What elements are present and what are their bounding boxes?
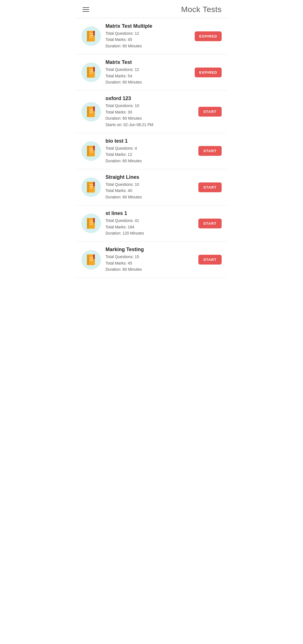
test-item: Matrix Test MultipleTotal Questions: 12T… [76,18,227,54]
book-icon [86,145,97,157]
test-icon-container [81,250,101,270]
test-icon-container [81,214,101,233]
svg-rect-22 [87,146,89,156]
svg-rect-38 [90,222,94,223]
test-detail: Total Marks: 45 [105,36,190,43]
svg-rect-26 [93,146,95,150]
test-detail: Duration: 60 Minutes [105,79,190,85]
test-name: bio test 1 [105,138,192,144]
test-detail: Total Marks: 45 [105,260,192,266]
svg-rect-3 [90,35,94,36]
test-icon-container [81,177,101,197]
test-detail: Duration: 60 Minutes [105,158,192,164]
test-item: Straight LinesTotal Questions: 10Total M… [76,169,227,205]
svg-rect-1 [87,31,89,41]
test-item: Marking TestingTotal Questions: 15Total … [76,242,227,278]
svg-rect-29 [87,182,89,193]
test-action-container: START [196,255,222,265]
svg-rect-12 [93,67,95,71]
book-icon [86,181,97,193]
svg-rect-8 [87,67,89,78]
app-header: Mock Tests [76,0,227,18]
svg-rect-46 [90,260,93,261]
svg-rect-16 [90,109,94,110]
test-name: Matrix Test Multiple [105,23,190,29]
test-name: st lines 1 [105,210,192,216]
test-info: Straight LinesTotal Questions: 10Total M… [105,174,192,200]
svg-rect-4 [90,37,93,38]
test-name: Marking Testing [105,247,192,252]
expired-button[interactable]: EXPIRED [195,68,222,77]
test-action-container: EXPIRED [195,31,222,41]
svg-rect-39 [90,224,93,225]
test-detail: Duration: 60 Minutes [105,115,192,121]
test-item: Matrix TestTotal Questions: 12Total Mark… [76,54,227,91]
svg-rect-45 [90,259,94,260]
test-item: st lines 1Total Questions: 41Total Marks… [76,205,227,242]
test-detail: Total Questions: 41 [105,217,192,224]
svg-rect-31 [90,186,94,187]
svg-rect-11 [90,73,93,74]
test-info: Marking TestingTotal Questions: 15Total … [105,247,192,272]
svg-rect-24 [90,150,94,151]
test-action-container: START [196,182,222,192]
test-item: bio test 1Total Questions: 4Total Marks:… [76,133,227,169]
test-info: oxford 123Total Questions: 10Total Marks… [105,96,192,128]
test-detail: Total Marks: 12 [105,151,192,157]
svg-rect-17 [90,111,94,112]
test-action-container: EXPIRED [195,68,222,77]
book-icon [86,30,97,42]
svg-rect-32 [90,188,93,189]
expired-button[interactable]: EXPIRED [195,31,222,41]
svg-rect-43 [87,254,89,265]
test-detail: Total Questions: 15 [105,254,192,260]
svg-rect-36 [87,218,89,229]
test-icon-container [81,26,101,46]
test-detail: Total Marks: 40 [105,187,192,194]
test-action-container: START [196,219,222,228]
test-action-container: START [196,107,222,117]
svg-rect-33 [93,182,95,186]
test-info: bio test 1Total Questions: 4Total Marks:… [105,138,192,164]
start-button[interactable]: START [198,219,222,228]
test-detail: Total Questions: 10 [105,181,192,187]
svg-rect-37 [90,221,94,221]
book-icon [86,66,97,78]
svg-rect-25 [90,152,93,152]
start-button[interactable]: START [198,182,222,192]
svg-rect-30 [90,184,94,185]
page-title: Mock Tests [181,5,222,14]
test-icon-container [81,141,101,161]
svg-rect-23 [90,148,94,149]
test-info: st lines 1Total Questions: 41Total Marks… [105,210,192,236]
start-button[interactable]: START [198,107,222,117]
test-detail: Total Questions: 12 [105,66,190,73]
book-icon [86,106,97,118]
test-name: Straight Lines [105,174,192,180]
svg-rect-9 [90,70,94,70]
svg-rect-18 [90,112,93,113]
test-name: Matrix Test [105,59,190,65]
test-detail: Duration: 60 Minutes [105,194,192,200]
test-item: oxford 123Total Questions: 10Total Marks… [76,91,227,133]
test-detail: Total Questions: 10 [105,103,192,109]
test-name: oxford 123 [105,96,192,101]
svg-rect-15 [87,106,89,117]
svg-rect-2 [90,33,94,34]
test-detail: Total Marks: 30 [105,109,192,115]
test-detail: Total Marks: 54 [105,73,190,79]
test-info: Matrix TestTotal Questions: 12Total Mark… [105,59,190,85]
start-button[interactable]: START [198,146,222,156]
test-action-container: START [196,146,222,156]
test-detail: Total Questions: 12 [105,30,190,36]
test-detail: Total Questions: 4 [105,145,192,151]
menu-button[interactable] [81,6,90,13]
test-detail: Duration: 60 Minutes [105,266,192,272]
svg-rect-44 [90,257,94,258]
svg-rect-19 [93,106,95,110]
svg-rect-40 [93,218,95,222]
start-button[interactable]: START [198,255,222,265]
test-detail: Duration: 120 Minutes [105,230,192,236]
svg-rect-10 [90,71,94,72]
test-icon-container [81,62,101,82]
